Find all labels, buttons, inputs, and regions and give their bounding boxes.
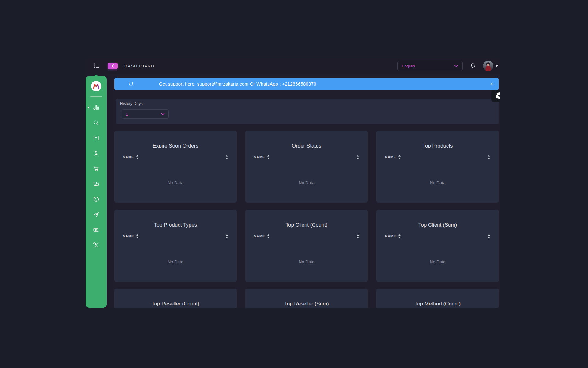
sort-icon[interactable] <box>225 155 228 159</box>
back-button[interactable] <box>108 63 118 69</box>
card-top-reseller-count: Top Reseller (Count) <box>114 289 237 308</box>
table-header: NAME <box>114 154 237 160</box>
card-top-method-count: Top Method (Count) <box>376 289 499 308</box>
close-icon[interactable]: × <box>490 81 493 87</box>
app-logo[interactable] <box>91 81 101 91</box>
history-days-select[interactable]: 1 <box>122 109 169 119</box>
sort-icon[interactable] <box>225 234 228 238</box>
card-expire-soon-orders: Expire Soon Orders NAME No Data <box>114 131 237 203</box>
bell-icon <box>128 81 134 87</box>
menu-list-icon[interactable] <box>94 63 100 69</box>
user-menu[interactable] <box>483 61 498 71</box>
card-title: Top Client (Count) <box>245 222 368 228</box>
card-top-client-sum: Top Client (Sum) NAME No Data <box>376 210 499 282</box>
sidebar-item-dashboard[interactable] <box>93 104 100 111</box>
table-header: NAME <box>114 233 237 239</box>
column-name[interactable]: NAME <box>254 155 270 159</box>
sort-icon[interactable] <box>488 234 490 238</box>
sidebar-nav <box>93 104 100 249</box>
active-indicator-dot <box>88 107 89 108</box>
card-top-products: Top Products NAME No Data <box>376 131 499 203</box>
card-title: Top Reseller (Sum) <box>245 301 368 307</box>
card-title: Top Product Types <box>114 222 237 228</box>
empty-state: No Data <box>245 259 368 264</box>
gear-icon <box>496 92 500 99</box>
back-chevron-icon <box>111 64 114 68</box>
caret-down-icon <box>496 65 498 67</box>
sidebar-item-orders[interactable] <box>93 135 100 141</box>
card-title: Expire Soon Orders <box>114 143 237 149</box>
support-banner: Get support here: support@mrzakaria.com … <box>114 78 499 90</box>
sort-icon <box>398 155 401 159</box>
empty-state: No Data <box>376 259 499 264</box>
sidebar-item-tools[interactable] <box>93 242 100 249</box>
card-title: Top Products <box>376 143 499 149</box>
history-days-value: 1 <box>126 112 128 117</box>
user-icon <box>93 150 100 157</box>
card-title: Order Status <box>245 143 368 149</box>
shopping-bag-icon <box>93 135 100 141</box>
card-order-status: Order Status NAME No Data <box>245 131 368 203</box>
sort-icon[interactable] <box>356 234 359 238</box>
sort-icon[interactable] <box>356 155 359 159</box>
search-icon <box>93 119 100 126</box>
smiley-icon <box>93 196 100 203</box>
support-banner-text: Get support here: support@mrzakaria.com … <box>159 81 316 86</box>
card-title: Top Client (Sum) <box>376 222 499 228</box>
settings-button[interactable] <box>491 90 500 102</box>
column-name[interactable]: NAME <box>385 155 401 159</box>
column-name[interactable]: NAME <box>385 234 401 238</box>
table-header: NAME <box>245 154 368 160</box>
sidebar-item-cart[interactable] <box>93 165 100 172</box>
sidebar <box>86 76 107 308</box>
table-header: NAME <box>376 233 499 239</box>
sidebar-item-payments[interactable] <box>93 227 100 233</box>
card-top-product-types: Top Product Types NAME No Data <box>114 210 237 282</box>
sort-icon[interactable] <box>488 155 490 159</box>
filter-panel: History Days 1 <box>116 99 499 124</box>
sort-icon <box>136 155 139 159</box>
column-name[interactable]: NAME <box>123 155 139 159</box>
table-header: NAME <box>376 154 499 160</box>
notification-bell-icon[interactable] <box>469 63 476 69</box>
sidebar-item-send[interactable] <box>93 211 100 218</box>
payment-icon <box>93 227 100 233</box>
sidebar-item-search[interactable] <box>93 119 100 126</box>
empty-state: No Data <box>376 180 499 185</box>
main-content: Get support here: support@mrzakaria.com … <box>86 74 500 308</box>
empty-state: No Data <box>114 180 237 185</box>
tools-icon <box>93 242 100 249</box>
sidebar-item-balance[interactable] <box>93 181 100 187</box>
card-title: Top Method (Count) <box>376 301 499 307</box>
paper-plane-icon <box>93 211 100 218</box>
sidebar-item-users[interactable] <box>93 150 100 157</box>
chevron-down-icon <box>161 113 165 115</box>
empty-state: No Data <box>245 180 368 185</box>
card-title: Top Reseller (Count) <box>114 301 237 307</box>
language-select[interactable]: English <box>397 61 463 71</box>
chevron-down-icon <box>454 65 458 67</box>
cart-icon <box>93 165 100 172</box>
table-header: NAME <box>245 233 368 239</box>
sort-icon <box>267 234 270 238</box>
sidebar-divider <box>90 96 102 97</box>
sidebar-item-clients[interactable] <box>93 196 100 203</box>
page-title: DASHBOARD <box>124 64 154 68</box>
coins-icon <box>93 181 100 187</box>
sort-icon <box>267 155 270 159</box>
sort-icon <box>136 234 139 238</box>
language-select-value: English <box>402 64 415 68</box>
empty-state: No Data <box>114 259 237 264</box>
column-name[interactable]: NAME <box>123 234 139 238</box>
bar-chart-icon <box>93 104 100 111</box>
history-days-label: History Days <box>120 101 143 106</box>
card-top-reseller-sum: Top Reseller (Sum) <box>245 289 368 308</box>
sort-icon <box>398 234 401 238</box>
avatar <box>483 61 493 71</box>
column-name[interactable]: NAME <box>254 234 270 238</box>
topbar: DASHBOARD English <box>86 58 500 74</box>
card-top-client-count: Top Client (Count) NAME No Data <box>245 210 368 282</box>
